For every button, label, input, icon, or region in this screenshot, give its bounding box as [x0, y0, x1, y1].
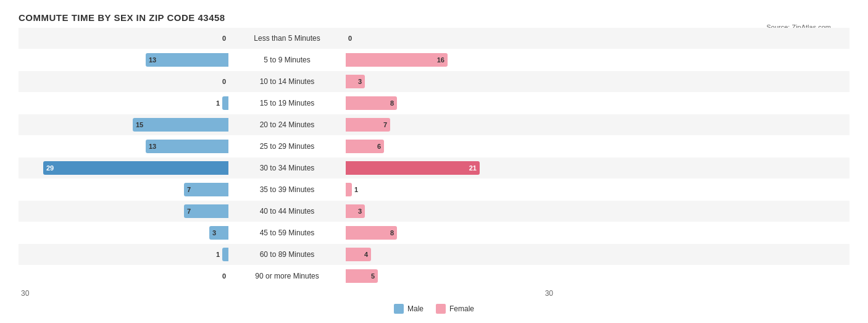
chart-row: 090 or more Minutes5 [19, 266, 849, 287]
female-value: 1 [354, 186, 358, 193]
bar-male: 13 [146, 140, 228, 153]
chart-row: 2930 to 34 Minutes21 [19, 157, 849, 178]
axis-left-label: 30 [19, 289, 228, 298]
female-value: 0 [348, 35, 352, 42]
bar-female: 5 [346, 269, 378, 283]
female-value: 7 [383, 121, 387, 128]
bar-male: 29 [43, 161, 228, 175]
female-value: 21 [469, 164, 477, 172]
bar-female: 7 [346, 118, 390, 132]
male-value: 0 [222, 78, 226, 85]
row-label: 15 to 19 Minutes [228, 99, 346, 107]
female-value: 4 [364, 251, 368, 258]
bar-female: 21 [346, 161, 480, 175]
chart-row: 1325 to 29 Minutes6 [19, 136, 849, 157]
male-value: 7 [187, 208, 191, 215]
row-label: 90 or more Minutes [228, 272, 346, 280]
female-value: 3 [358, 78, 362, 85]
bar-female: 3 [346, 75, 365, 88]
female-value: 8 [390, 99, 394, 107]
row-label: 35 to 39 Minutes [228, 185, 346, 194]
bar-male: 3 [209, 226, 228, 240]
bar-female: 3 [346, 204, 365, 218]
row-label: 25 to 29 Minutes [228, 142, 346, 151]
legend-female-box [436, 304, 446, 314]
row-label: 45 to 59 Minutes [228, 229, 346, 237]
chart-row: 735 to 39 Minutes1 [19, 179, 849, 200]
row-label: 40 to 44 Minutes [228, 207, 346, 216]
chart-title: COMMUTE TIME BY SEX IN ZIP CODE 43458 [19, 12, 849, 23]
bar-male: 15 [133, 118, 228, 132]
bar-female: 4 [346, 248, 371, 261]
bar-male: 7 [184, 183, 228, 196]
male-value: 0 [222, 272, 226, 280]
legend-female: Female [436, 304, 474, 314]
chart-row: 135 to 9 Minutes16 [19, 49, 849, 70]
male-value: 29 [46, 164, 54, 172]
bar-female: 8 [346, 226, 397, 240]
male-value: 3 [212, 229, 216, 237]
bar-female: 16 [346, 53, 448, 67]
chart-row: 0Less than 5 Minutes0 [19, 28, 849, 49]
legend-male-label: Male [407, 304, 424, 313]
male-value: 0 [222, 35, 226, 42]
row-label: 5 to 9 Minutes [228, 56, 346, 64]
legend-male-box [394, 304, 404, 314]
legend: Male Female [19, 304, 849, 314]
male-value: 1 [216, 99, 220, 107]
bar-male [222, 96, 228, 110]
legend-female-label: Female [449, 304, 474, 313]
chart-row: 115 to 19 Minutes8 [19, 93, 849, 114]
chart-row: 345 to 59 Minutes8 [19, 222, 849, 243]
chart-area: 0Less than 5 Minutes0135 to 9 Minutes160… [19, 28, 849, 287]
male-value: 13 [149, 56, 156, 64]
bar-female: 6 [346, 140, 384, 153]
legend-male: Male [394, 304, 424, 314]
chart-row: 010 to 14 Minutes3 [19, 71, 849, 92]
bar-male [222, 248, 228, 261]
row-label: Less than 5 Minutes [228, 34, 346, 43]
female-value: 16 [437, 56, 444, 64]
chart-row: 740 to 44 Minutes3 [19, 201, 849, 222]
male-value: 1 [216, 251, 220, 258]
female-value: 8 [390, 229, 394, 237]
bar-male: 7 [184, 204, 228, 218]
female-value: 5 [371, 272, 375, 280]
chart-row: 160 to 89 Minutes4 [19, 244, 849, 265]
female-value: 6 [377, 143, 381, 150]
bar-female [346, 183, 352, 196]
row-label: 60 to 89 Minutes [228, 250, 346, 259]
male-value: 13 [149, 143, 156, 150]
axis-right-label: 30 [346, 289, 556, 298]
male-value: 7 [187, 186, 191, 193]
row-label: 30 to 34 Minutes [228, 164, 346, 172]
bar-male: 13 [146, 53, 228, 67]
row-label: 10 to 14 Minutes [228, 77, 346, 86]
row-label: 20 to 24 Minutes [228, 120, 346, 129]
chart-row: 1520 to 24 Minutes7 [19, 114, 849, 135]
female-value: 3 [358, 208, 362, 215]
bar-female: 8 [346, 96, 397, 110]
male-value: 15 [136, 121, 143, 128]
axis-labels: 30 30 [19, 289, 849, 298]
